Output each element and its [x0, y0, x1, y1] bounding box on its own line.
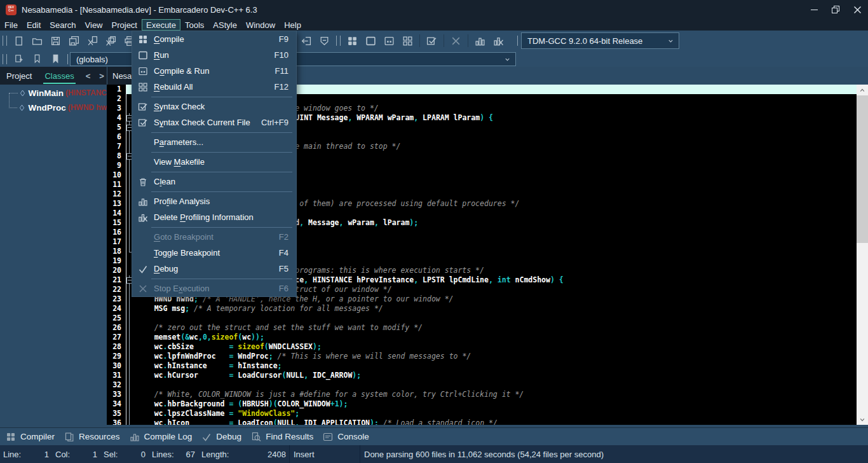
menu-item-shortcut: F5: [279, 264, 288, 273]
menu-item-label: Compile & Run: [154, 66, 275, 76]
code-text: [135, 380, 137, 390]
check-icon: [136, 264, 150, 274]
menu-item-label: Toggle Breakpoint: [154, 248, 279, 258]
tab-classes[interactable]: Classes: [43, 68, 75, 84]
editor-line-body: MSG msg; /* A temporary location for all…: [126, 304, 857, 314]
menu-tools[interactable]: Tools: [180, 19, 208, 31]
tab-scroll-left[interactable]: <: [86, 71, 91, 81]
menu-item-syntax-check[interactable]: Syntax Check: [132, 99, 296, 114]
menu-item-syntax-check-current-file[interactable]: Syntax Check Current FileCtrl+F9: [132, 114, 296, 130]
tab-project[interactable]: Project: [5, 68, 33, 84]
syntax-check-icon: [426, 36, 437, 46]
menu-item-compile-run[interactable]: Compile & RunF11: [132, 63, 296, 79]
bookmark-filled-button[interactable]: [46, 51, 65, 67]
close-all-files-button[interactable]: [102, 32, 120, 49]
menu-item-delete-profiling-information[interactable]: Delete Profiling Information: [132, 209, 296, 225]
run-button[interactable]: [362, 32, 380, 49]
menu-item-compile[interactable]: CompileF9: [132, 31, 296, 47]
fold-margin: [126, 352, 135, 361]
line-number: 29: [107, 352, 126, 361]
menu-file[interactable]: File: [0, 19, 22, 31]
bottom-tab-find-results[interactable]: Find Results: [248, 432, 316, 442]
new-file-button[interactable]: [10, 32, 28, 49]
editor-line-body: wc.hIcon = LoadIcon(NULL, IDI_APPLICATIO…: [126, 418, 857, 425]
add-file-button[interactable]: [10, 51, 28, 67]
syntax-check-button[interactable]: [423, 32, 441, 49]
menu-astyle[interactable]: AStyle: [208, 19, 241, 31]
toolbar-grip[interactable]: [3, 36, 7, 46]
status-message: Done parsing 600 files in 11,062 seconds…: [360, 445, 868, 463]
menu-item-toggle-breakpoint[interactable]: Toggle BreakpointF4: [132, 245, 296, 261]
resources-icon: [64, 432, 74, 442]
line-number: 10: [107, 170, 126, 180]
delete-profiling-button[interactable]: [489, 32, 508, 49]
bottom-tab-resources[interactable]: Resources: [61, 432, 123, 442]
editor-line-body: wc.hbrBackground = (HBRUSH)(COLOR_WINDOW…: [126, 399, 857, 409]
restore-button[interactable]: [825, 0, 846, 19]
save-button[interactable]: [46, 32, 65, 49]
open-folder-icon: [32, 36, 43, 46]
scrollbar-thumb[interactable]: [857, 95, 868, 243]
close-button[interactable]: [846, 0, 868, 19]
class-tree-item-winmain[interactable]: WinMain(HINSTANC: [0, 88, 107, 98]
minimize-icon: [811, 10, 818, 10]
tab-scroll-right[interactable]: >: [99, 71, 104, 81]
main-toolbar: TDM-GCC 9.2.0 64-bit Release: [0, 31, 868, 52]
bookmark-button[interactable]: [28, 51, 46, 67]
bottom-tab-debug[interactable]: Debug: [198, 432, 245, 442]
compile-button[interactable]: [343, 32, 362, 49]
line-number: 31: [107, 371, 126, 380]
menu-item-run[interactable]: RunF10: [132, 47, 296, 63]
bottom-tab-console[interactable]: Console: [320, 432, 372, 442]
code-text: wc.hIcon = LoadIcon(NULL, IDI_APPLICATIO…: [135, 418, 498, 425]
class-item-icon: [19, 90, 26, 97]
menu-edit[interactable]: Edit: [22, 19, 45, 31]
new-file-icon: [13, 36, 24, 46]
menu-item-label: Delete Profiling Information: [154, 212, 288, 222]
toolbar-grip[interactable]: [3, 54, 7, 64]
menu-search[interactable]: Search: [45, 19, 80, 31]
compiler-select[interactable]: TDM-GCC 9.2.0 64-bit Release: [521, 32, 679, 49]
menu-item-label: Parameters...: [154, 137, 288, 147]
delete-profiling-icon: [136, 212, 150, 223]
menu-window[interactable]: Window: [241, 19, 280, 31]
menu-help[interactable]: Help: [280, 19, 306, 31]
compile-run-icon: [384, 36, 395, 46]
save-all-button[interactable]: [65, 32, 83, 49]
line-number: 32: [107, 380, 126, 390]
close-file-button[interactable]: [83, 32, 102, 49]
menu-item-shortcut: F10: [275, 50, 288, 60]
menu-project[interactable]: Project: [107, 19, 142, 31]
redo-button[interactable]: [315, 32, 334, 49]
window-title: Nesabamedia - [Nesabamedia.dev] - Embarc…: [22, 5, 803, 15]
menu-item-profile-analysis[interactable]: Profile Analysis: [132, 193, 296, 209]
undo-button[interactable]: [297, 32, 315, 49]
scroll-down-icon[interactable]: [857, 414, 868, 425]
menu-item-view-makefile[interactable]: View Makefile: [132, 154, 296, 170]
stop-execution-button[interactable]: [447, 32, 465, 49]
line-number: 27: [107, 333, 126, 342]
menu-item-debug[interactable]: DebugF5: [132, 261, 296, 277]
compile-run-button[interactable]: [380, 32, 398, 49]
bottom-tab-compiler[interactable]: Compiler: [3, 432, 58, 442]
rebuild-all-button[interactable]: [398, 32, 417, 49]
menu-item-rebuild-all[interactable]: Rebuild AllF12: [132, 79, 296, 95]
bottom-tab-compile-log[interactable]: Compile Log: [126, 432, 196, 442]
compile-log-icon: [130, 432, 140, 442]
line-number: 17: [107, 237, 126, 247]
menu-item-clean[interactable]: Clean: [132, 174, 296, 190]
class-tree-item-wndproc[interactable]: WndProc(HWND hw: [0, 102, 107, 113]
compiler-select-value: TDM-GCC 9.2.0 64-bit Release: [522, 36, 667, 46]
editor-line-body: wc.cbSize = sizeof(WNDCLASSEX);: [126, 342, 857, 352]
profile-button[interactable]: [471, 32, 489, 49]
close-file-icon: [87, 36, 98, 46]
editor-scrollbar[interactable]: [857, 85, 868, 425]
open-folder-button[interactable]: [28, 32, 46, 49]
menu-item-parameters[interactable]: Parameters...: [132, 134, 296, 150]
line-number: 33: [107, 390, 126, 399]
menu-view[interactable]: View: [81, 19, 107, 31]
line-number: 5: [107, 123, 126, 132]
scroll-up-icon[interactable]: [857, 85, 868, 95]
minimize-button[interactable]: [803, 0, 825, 19]
menu-execute[interactable]: Execute: [142, 19, 180, 31]
